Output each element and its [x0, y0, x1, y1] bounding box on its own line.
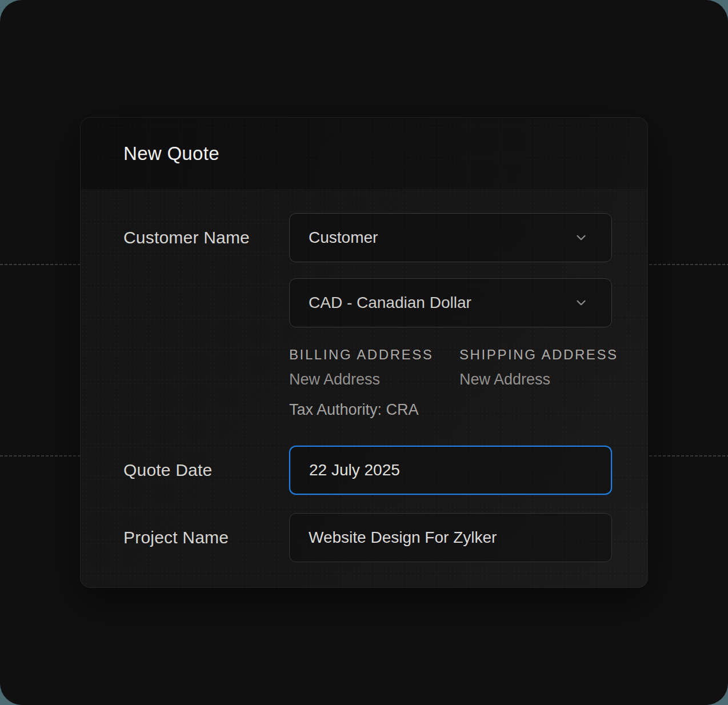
new-quote-modal: New Quote Customer Name Customer CAD - C…	[80, 117, 648, 588]
shipping-new-address-link[interactable]: New Address	[459, 371, 550, 388]
currency-dropdown-value: CAD - Canadian Dollar	[309, 294, 471, 312]
modal-title: New Quote	[123, 143, 219, 165]
customer-name-label: Customer Name	[123, 213, 250, 262]
billing-address-header: BILLING ADDRESS	[289, 347, 433, 363]
quote-date-input[interactable]	[289, 446, 612, 495]
project-name-input[interactable]	[289, 513, 612, 562]
quote-date-label: Quote Date	[123, 446, 212, 495]
currency-dropdown[interactable]: CAD - Canadian Dollar	[289, 278, 612, 327]
chevron-down-icon	[574, 230, 589, 245]
screen: New Quote Customer Name Customer CAD - C…	[0, 0, 728, 705]
customer-dropdown-value: Customer	[309, 229, 378, 247]
chevron-down-icon	[574, 295, 589, 310]
customer-dropdown[interactable]: Customer	[289, 213, 612, 262]
modal-header: New Quote	[81, 118, 647, 190]
billing-new-address-link[interactable]: New Address	[289, 371, 380, 388]
tax-authority-text: Tax Authority: CRA	[289, 401, 419, 419]
project-name-label: Project Name	[123, 513, 229, 562]
shipping-address-header: SHIPPING ADDRESS	[459, 347, 618, 363]
